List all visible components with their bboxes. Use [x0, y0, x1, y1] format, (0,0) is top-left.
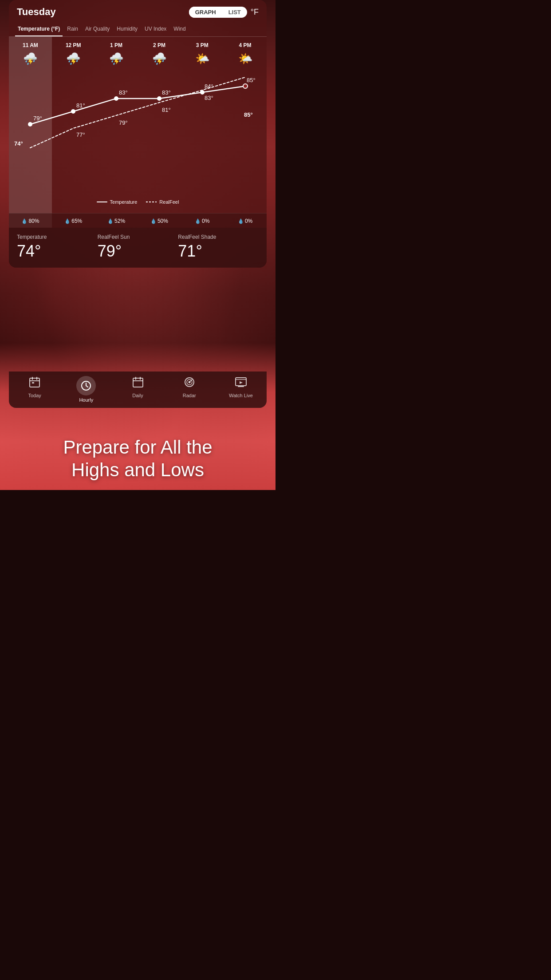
svg-text:83°: 83°: [162, 89, 171, 96]
precip-value-2: 💧 52%: [107, 218, 125, 224]
svg-text:79°: 79°: [33, 115, 42, 122]
tab-air-quality[interactable]: Air Quality: [83, 22, 112, 36]
nav-watch-live[interactable]: Watch Live: [215, 376, 267, 403]
precip-value-0: 💧 80%: [21, 218, 39, 224]
precip-pct-5: 0%: [245, 218, 252, 224]
temp-chart: 79° 81° 83° 83° 84° 85° 74° 77° 79° 81° …: [9, 68, 267, 157]
chart-area: 11 AM ⛈️ 12 PM ⛈️ 1 PM ⛈️ 2 PM ⛈️ 3 PM 🌤…: [9, 37, 267, 228]
tagline-container: Prepare for All theHighs and Lows: [0, 436, 276, 481]
svg-text:81°: 81°: [76, 102, 85, 109]
chart-legend: Temperature RealFeel: [9, 197, 267, 207]
svg-point-1: [71, 109, 75, 114]
svg-line-25: [86, 386, 88, 387]
drop-icon-1: 💧: [64, 218, 71, 224]
weather-icon-2: ⛈️: [109, 52, 123, 66]
tab-uv-index[interactable]: UV Index: [142, 22, 169, 36]
precip-pct-1: 65%: [71, 218, 82, 224]
bottom-nav: Today Hourly Daily: [9, 371, 267, 408]
svg-text:81°: 81°: [162, 107, 171, 113]
svg-text:85°: 85°: [247, 77, 256, 83]
unit-badge: °F: [251, 8, 259, 17]
svg-text:77°: 77°: [76, 131, 85, 138]
tab-temperature[interactable]: Temperature (°F): [15, 22, 63, 36]
tab-humidity[interactable]: Humidity: [114, 22, 140, 36]
precip-value-5: 💧 0%: [238, 218, 252, 224]
list-toggle[interactable]: LIST: [222, 7, 247, 18]
svg-rect-22: [32, 382, 34, 383]
precip-2: 💧 52%: [95, 218, 138, 224]
realfeel-line: [146, 202, 157, 202]
drop-icon-5: 💧: [238, 218, 244, 224]
precip-pct-0: 80%: [28, 218, 39, 224]
precip-value-3: 💧 50%: [150, 218, 168, 224]
precip-1: 💧 65%: [52, 218, 95, 224]
precip-3: 💧 50%: [138, 218, 181, 224]
legend-temperature: Temperature: [97, 199, 138, 205]
weather-icon-0: ⛈️: [23, 52, 37, 66]
svg-marker-36: [240, 381, 243, 384]
svg-rect-26: [133, 378, 143, 387]
precip-value-4: 💧 0%: [195, 218, 209, 224]
precip-pct-3: 50%: [157, 218, 168, 224]
weather-tabs: Temperature (°F) Rain Air Quality Humidi…: [9, 22, 267, 37]
weather-icon-5: 🌤️: [238, 52, 252, 66]
nav-today-label: Today: [28, 393, 41, 398]
nav-daily[interactable]: Daily: [112, 376, 163, 403]
precip-value-1: 💧 65%: [64, 218, 82, 224]
svg-rect-18: [30, 378, 39, 387]
info-temperature: Temperature 74°: [17, 234, 98, 261]
legend-temperature-label: Temperature: [110, 199, 138, 205]
svg-point-0: [28, 122, 32, 126]
nav-watch-live-label: Watch Live: [229, 393, 253, 398]
info-label-temperature: Temperature: [17, 234, 98, 240]
hour-label-2: 1 PM: [110, 42, 122, 48]
svg-point-2: [114, 96, 118, 101]
precip-0: 💧 80%: [9, 218, 52, 224]
tab-wind[interactable]: Wind: [171, 22, 188, 36]
drop-icon-4: 💧: [195, 218, 201, 224]
svg-rect-34: [236, 378, 246, 386]
nav-radar-label: Radar: [183, 393, 196, 398]
svg-text:83°: 83°: [205, 95, 213, 101]
info-realfeel-shade: RealFeel Shade 71°: [178, 234, 259, 261]
info-label-realfeel-shade: RealFeel Shade: [178, 234, 259, 240]
legend-realfeel-label: RealFeel: [159, 199, 179, 205]
nav-hourly[interactable]: Hourly: [60, 376, 112, 403]
hour-label-0: 11 AM: [23, 42, 38, 48]
day-title: Tuesday: [17, 6, 56, 18]
hourly-icon-circle: [76, 376, 96, 395]
play-icon: [235, 376, 247, 391]
drop-icon-2: 💧: [107, 218, 114, 224]
app-container: Tuesday GRAPH LIST °F Temperature (°F) R…: [0, 0, 276, 490]
tab-rain[interactable]: Rain: [64, 22, 81, 36]
legend-realfeel: RealFeel: [146, 199, 179, 205]
bottom-info: Temperature 74° RealFeel Sun 79° RealFee…: [9, 228, 267, 268]
svg-point-5: [243, 84, 248, 88]
weather-icon-3: ⛈️: [152, 52, 166, 66]
tagline-text: Prepare for All theHighs and Lows: [13, 436, 262, 481]
graph-toggle[interactable]: GRAPH: [189, 7, 222, 18]
weather-card: Tuesday GRAPH LIST °F Temperature (°F) R…: [9, 0, 267, 268]
drop-icon-0: 💧: [21, 218, 28, 224]
precip-row: 💧 80% 💧 65% 💧 52%: [9, 213, 267, 228]
precip-pct-2: 52%: [114, 218, 125, 224]
info-value-temperature: 74°: [17, 242, 98, 261]
nav-radar[interactable]: Radar: [164, 376, 215, 403]
svg-text:74°: 74°: [14, 140, 23, 147]
view-toggle[interactable]: GRAPH LIST: [189, 7, 247, 18]
svg-point-3: [157, 96, 161, 101]
calendar-daily-icon: [132, 376, 144, 391]
svg-text:79°: 79°: [119, 119, 128, 126]
hour-label-1: 12 PM: [66, 42, 81, 48]
nav-today[interactable]: Today: [9, 376, 60, 403]
header-right: GRAPH LIST °F: [189, 7, 259, 18]
svg-text:85°: 85°: [244, 111, 253, 118]
hour-label-5: 4 PM: [239, 42, 252, 48]
weather-icon-1: ⛈️: [66, 52, 80, 66]
info-value-realfeel-shade: 71°: [178, 242, 259, 261]
info-value-realfeel-sun: 79°: [98, 242, 178, 261]
hour-label-3: 2 PM: [153, 42, 165, 48]
card-header: Tuesday GRAPH LIST °F: [9, 0, 267, 22]
hour-label-4: 3 PM: [196, 42, 209, 48]
info-label-realfeel-sun: RealFeel Sun: [98, 234, 178, 240]
